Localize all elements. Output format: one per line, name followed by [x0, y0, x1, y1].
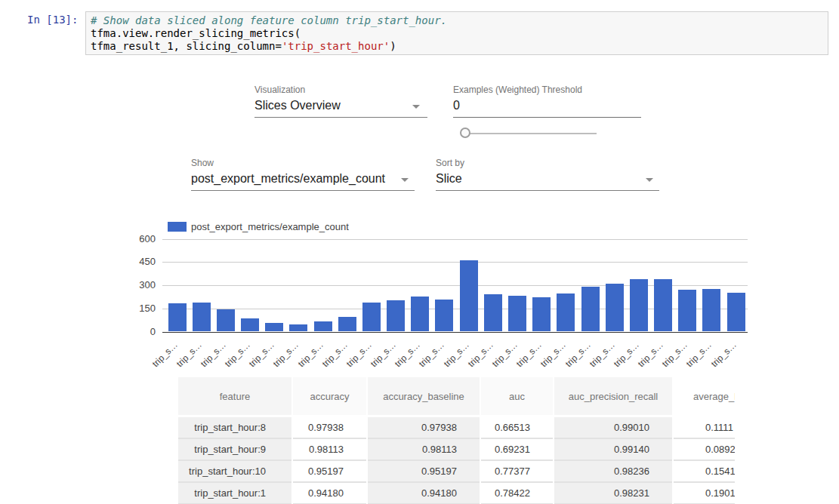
table-cell: 0.66513 [481, 417, 553, 439]
table-cell: trip_start_hour:9 [178, 439, 291, 461]
table-cell: 0.98231 [554, 483, 672, 504]
table-cell: 0.77377 [481, 461, 553, 483]
bar-12[interactable] [460, 260, 478, 331]
bar-3[interactable] [241, 318, 259, 331]
show-metric-dropdown[interactable]: post_export_metrics/example_count [191, 172, 415, 191]
column-header-accuracy_baseline[interactable]: accuracy_baseline [368, 377, 480, 415]
table-cell: trip_start_hour:1 [178, 483, 291, 504]
bar-6[interactable] [314, 321, 332, 332]
table-cell: 0.98113 [293, 439, 366, 461]
show-label: Show [191, 158, 214, 168]
gridline-0 [162, 332, 748, 333]
table-cell: 0.98113 [368, 439, 480, 461]
threshold-input[interactable] [453, 99, 641, 118]
bar-5[interactable] [289, 324, 307, 331]
bar-21[interactable] [678, 290, 696, 331]
input-prompt: In [13]: [27, 14, 82, 26]
table-row: trip_start_hour:10.941800.941800.784220.… [178, 483, 735, 504]
table-cell: 0.98236 [554, 461, 672, 483]
table-row: trip_start_hour:100.951970.951970.773770… [178, 461, 735, 483]
table-cell: 0.1111 [674, 417, 735, 439]
table-cell: 0.99010 [554, 417, 672, 439]
slider-track[interactable] [469, 133, 597, 134]
bar-14[interactable] [508, 296, 526, 331]
visualization-label: Visualization [254, 85, 305, 95]
table-cell: 0.1541 [674, 461, 735, 483]
table-cell: 0.99140 [554, 439, 672, 461]
column-header-average_los[interactable]: average_los [674, 377, 735, 415]
chevron-down-icon [646, 178, 653, 182]
gridline-450 [162, 262, 748, 263]
legend-swatch [168, 222, 187, 232]
bar-19[interactable] [630, 279, 648, 331]
legend-label: post_export_metrics/example_count [191, 221, 349, 232]
bar-13[interactable] [484, 294, 502, 331]
sort-by-label: Sort by [436, 158, 464, 168]
table-cell: trip_start_hour:10 [178, 461, 291, 483]
table-cell: 0.97938 [293, 417, 366, 439]
metrics-table: featureaccuracyaccuracy_baselineaucauc_p… [178, 377, 735, 504]
bar-8[interactable] [362, 303, 381, 332]
bar-22[interactable] [702, 289, 720, 331]
sort-by-value: Slice [436, 172, 462, 185]
bar-2[interactable] [217, 309, 235, 332]
table-cell: 0.78422 [481, 483, 553, 504]
code-line-comment: # Show data sliced along feature column … [91, 14, 823, 27]
bar-9[interactable] [387, 300, 405, 332]
bar-1[interactable] [193, 303, 211, 331]
column-header-auc[interactable]: auc [481, 377, 553, 415]
bar-20[interactable] [654, 279, 672, 331]
bar-7[interactable] [338, 317, 356, 331]
show-metric-value: post_export_metrics/example_count [191, 172, 385, 185]
slider-thumb[interactable] [460, 128, 470, 138]
table-cell: 0.1901 [674, 483, 735, 504]
gridline-600 [162, 239, 748, 240]
y-tick-label: 450 [136, 256, 156, 267]
table-cell: 0.0892 [674, 439, 735, 461]
table-cell: 0.97938 [368, 417, 480, 439]
table-cell: 0.69231 [481, 439, 553, 461]
table-row: trip_start_hour:80.979380.979380.665130.… [178, 417, 735, 439]
table-cell: 0.94180 [368, 483, 480, 504]
column-header-feature[interactable]: feature [178, 377, 291, 415]
bar-4[interactable] [265, 323, 283, 332]
bar-15[interactable] [532, 297, 551, 331]
bar-0[interactable] [168, 303, 187, 332]
column-header-auc_precision_recall[interactable]: auc_precision_recall [554, 377, 672, 415]
bar-16[interactable] [557, 293, 575, 332]
chevron-down-icon [401, 178, 409, 182]
bar-23[interactable] [727, 293, 745, 331]
slices-bar-chart: post_export_metrics/example_count 600450… [136, 217, 751, 364]
column-header-accuracy[interactable]: accuracy [293, 377, 366, 415]
table-header-row: featureaccuracyaccuracy_baselineaucauc_p… [178, 377, 735, 415]
y-tick-label: 300 [136, 279, 156, 290]
bar-17[interactable] [581, 287, 600, 331]
sort-by-dropdown[interactable]: Slice [436, 172, 659, 191]
table-cell: 0.94180 [293, 483, 366, 504]
bar-10[interactable] [411, 297, 429, 332]
bar-18[interactable] [606, 284, 624, 331]
code-editor[interactable]: # Show data sliced along feature column … [85, 11, 828, 55]
table-cell: 0.95197 [293, 461, 366, 483]
threshold-label: Examples (Weighted) Threshold [453, 85, 582, 95]
chevron-down-icon [412, 105, 420, 109]
y-tick-label: 150 [136, 303, 156, 314]
y-tick-label: 600 [136, 233, 156, 244]
table-row: trip_start_hour:90.981130.981130.692310.… [178, 439, 735, 461]
threshold-slider[interactable] [460, 127, 600, 140]
visualization-value: Slices Overview [254, 99, 341, 112]
table-cell: 0.95197 [368, 461, 480, 483]
y-tick-label: 0 [136, 326, 156, 337]
table-cell: trip_start_hour:8 [178, 417, 291, 439]
code-line-3: tfma_result_1, slicing_column='trip_star… [91, 40, 823, 53]
code-line-2: tfma.view.render_slicing_metrics( [91, 27, 823, 40]
bar-11[interactable] [435, 300, 453, 331]
table-body: trip_start_hour:80.979380.979380.665130.… [178, 417, 735, 504]
visualization-dropdown[interactable]: Slices Overview [254, 99, 427, 118]
